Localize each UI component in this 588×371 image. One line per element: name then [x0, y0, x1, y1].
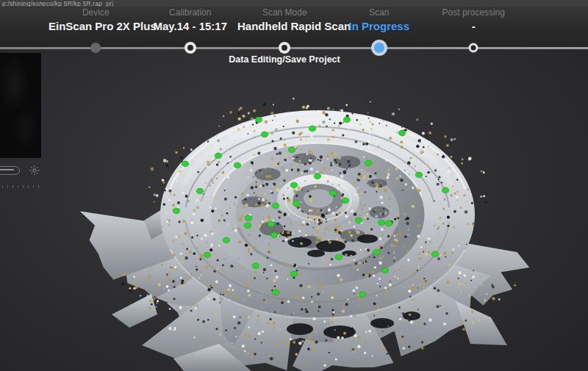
- workflow-progress-line: [0, 47, 588, 49]
- current-stage-label: Data Editing/Save Project: [229, 54, 340, 65]
- step-label: Scan: [332, 7, 427, 19]
- step-dot-device[interactable]: [90, 43, 101, 53]
- step-value: EinScan Pro 2X Plus: [49, 19, 143, 34]
- step-dot-scan-mode[interactable]: [279, 42, 290, 54]
- project-path: p:/shining/колесо/kp 5R/kp 5R.rap_prj: [0, 0, 588, 7]
- brightness-slider-fill: [0, 169, 14, 170]
- step-dot-calibration[interactable]: [184, 42, 196, 54]
- step-value: Handheld Rapid Scan: [237, 19, 332, 34]
- brightness-slider[interactable]: [0, 166, 20, 175]
- step-label: Device: [49, 7, 143, 19]
- step-calibration[interactable]: Calibration May.14 - 15:17: [143, 7, 238, 34]
- step-value: May.14 - 15:17: [143, 19, 238, 34]
- einscan-app: p:/shining/колесо/kp 5R/kp 5R.rap_prj De…: [0, 0, 588, 371]
- workflow-steps: Device EinScan Pro 2X Plus Calibration M…: [49, 7, 521, 34]
- workflow-header: p:/shining/колесо/kp 5R/kp 5R.rap_prj De…: [0, 0, 588, 48]
- step-value: -: [426, 19, 521, 34]
- step-label: Scan Mode: [237, 7, 332, 19]
- step-dot-post-processing[interactable]: [469, 43, 478, 53]
- step-device[interactable]: Device EinScan Pro 2X Plus: [49, 7, 143, 34]
- step-dot-scan-active[interactable]: [371, 40, 387, 56]
- camera-preview: [0, 53, 41, 158]
- step-scan[interactable]: Scan In Progress: [332, 7, 427, 34]
- step-scan-mode[interactable]: Scan Mode Handheld Rapid Scan: [237, 7, 332, 34]
- step-label: Calibration: [143, 7, 238, 19]
- step-label: Post processing: [426, 7, 521, 19]
- brightness-icon: [29, 165, 40, 176]
- step-value-in-progress: In Progress: [332, 19, 427, 34]
- step-post-processing[interactable]: Post processing -: [426, 7, 521, 34]
- brightness-slider-ticks: [2, 178, 46, 181]
